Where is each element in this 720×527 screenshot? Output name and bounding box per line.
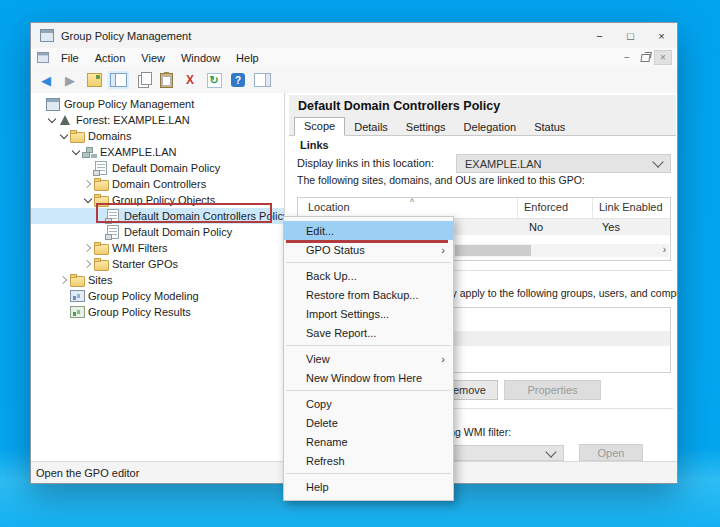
- back-arrow-icon[interactable]: [37, 71, 55, 89]
- title-bar[interactable]: Group Policy Management − □ ×: [31, 23, 677, 48]
- minimize-button[interactable]: −: [584, 23, 615, 48]
- menu-file[interactable]: File: [53, 52, 87, 64]
- scroll-right-icon[interactable]: ›: [663, 244, 666, 255]
- tree-item-domains[interactable]: Domains: [31, 128, 284, 144]
- chevron-down-icon[interactable]: [58, 128, 69, 144]
- forest-icon: [57, 112, 73, 128]
- folder-icon: [93, 176, 109, 192]
- folder-icon: [69, 128, 85, 144]
- menu-item-help[interactable]: Help: [284, 477, 453, 496]
- column-header-location[interactable]: Location: [308, 201, 350, 213]
- close-button[interactable]: ×: [646, 23, 677, 48]
- tree-item-label: Group Policy Results: [88, 306, 191, 318]
- tree-item-group-policy-modeling[interactable]: Group Policy Modeling: [31, 288, 284, 304]
- delete-icon[interactable]: [181, 71, 199, 89]
- chevron-spacer: [58, 288, 69, 304]
- tab-strip: ScopeDetailsSettingsDelegationStatus: [289, 117, 676, 136]
- menubar-items: FileActionViewWindowHelp: [53, 52, 267, 64]
- forward-arrow-icon[interactable]: [61, 71, 79, 89]
- tree-item-label: Domains: [88, 130, 131, 142]
- properties-button[interactable]: Properties: [504, 380, 601, 400]
- tab-delegation[interactable]: Delegation: [455, 119, 526, 136]
- menu-item-restore-from-backup[interactable]: Restore from Backup...: [284, 285, 453, 304]
- annotation-box-tree-item: [96, 203, 272, 223]
- menu-item-save-report[interactable]: Save Report...: [284, 323, 453, 342]
- menu-separator: [284, 342, 453, 349]
- tree-item-forest-example-lan[interactable]: Forest: EXAMPLE.LAN: [31, 112, 284, 128]
- menu-item-view[interactable]: View›: [284, 349, 453, 368]
- tree-item-sites[interactable]: Sites: [31, 272, 284, 288]
- column-header-enforced[interactable]: Enforced: [524, 201, 568, 213]
- tree-item-label: Forest: EXAMPLE.LAN: [76, 114, 190, 126]
- chevron-down-icon[interactable]: [70, 144, 81, 160]
- chevron-right-icon[interactable]: [82, 240, 93, 256]
- maximize-button[interactable]: □: [615, 23, 646, 48]
- tree-item-group-policy-management[interactable]: Group Policy Management: [31, 96, 284, 112]
- tab-settings[interactable]: Settings: [397, 119, 455, 136]
- menu-action[interactable]: Action: [87, 52, 134, 64]
- chevron-right-icon[interactable]: [58, 272, 69, 288]
- tree-item-group-policy-results[interactable]: Group Policy Results: [31, 304, 284, 320]
- menu-item-edit[interactable]: Edit...: [284, 221, 453, 240]
- menu-item-copy[interactable]: Copy: [284, 394, 453, 413]
- chevron-right-icon[interactable]: [82, 256, 93, 272]
- menu-item-back-up[interactable]: Back Up...: [284, 266, 453, 285]
- mdi-restore-button[interactable]: [636, 50, 654, 65]
- chevron-down-icon[interactable]: [82, 192, 93, 208]
- tree-item-example-lan[interactable]: EXAMPLE.LAN: [31, 144, 284, 160]
- tree-item-default-domain-policy[interactable]: Default Domain Policy: [31, 160, 284, 176]
- tree-item-domain-controllers[interactable]: Domain Controllers: [31, 176, 284, 192]
- menu-item-import-settings[interactable]: Import Settings...: [284, 304, 453, 323]
- tab-status[interactable]: Status: [525, 119, 574, 136]
- help-icon[interactable]: [229, 71, 247, 89]
- show-action-pane-icon[interactable]: [253, 71, 271, 89]
- location-dropdown[interactable]: EXAMPLE.LAN: [456, 154, 671, 173]
- copy-icon[interactable]: [133, 71, 151, 89]
- modeling-icon: [69, 288, 85, 304]
- tree-item-label: Group Policy Management: [64, 98, 194, 110]
- mdi-window-controls: − ×: [618, 50, 677, 65]
- chevron-down-icon[interactable]: [46, 112, 57, 128]
- menu-item-new-window-from-here[interactable]: New Window from Here: [284, 368, 453, 387]
- console-icon: [45, 96, 61, 112]
- tree-item-label: Sites: [88, 274, 112, 286]
- menu-item-label: New Window from Here: [306, 372, 422, 384]
- menu-item-label: Rename: [306, 436, 348, 448]
- scrollbar-thumb[interactable]: [455, 245, 531, 256]
- tree-item-label: Group Policy Modeling: [88, 290, 199, 302]
- menu-item-label: Back Up...: [306, 270, 357, 282]
- mdi-minimize-button[interactable]: −: [618, 50, 636, 65]
- submenu-arrow-icon: ›: [441, 244, 445, 256]
- menu-item-label: Import Settings...: [306, 308, 389, 320]
- mdi-close-button[interactable]: ×: [654, 50, 672, 65]
- menu-help[interactable]: Help: [228, 52, 267, 64]
- show-console-tree-icon[interactable]: [109, 71, 127, 89]
- column-header-link-enabled[interactable]: Link Enabled: [599, 201, 663, 213]
- tree-item-default-domain-policy[interactable]: Default Domain Policy: [31, 224, 284, 240]
- refresh-icon[interactable]: [205, 71, 223, 89]
- paste-icon[interactable]: [157, 71, 175, 89]
- display-links-label: Display links in this location:: [297, 157, 434, 169]
- menu-item-label: Help: [306, 481, 329, 493]
- chevron-right-icon[interactable]: [82, 176, 93, 192]
- menu-item-refresh[interactable]: Refresh: [284, 451, 453, 470]
- tree-item-wmi-filters[interactable]: WMI Filters: [31, 240, 284, 256]
- submenu-arrow-icon: ›: [441, 353, 445, 365]
- gpo-icon: [105, 224, 121, 240]
- tree-item-starter-gpos[interactable]: Starter GPOs: [31, 256, 284, 272]
- context-menu: Edit...GPO Status›Back Up...Restore from…: [283, 216, 454, 501]
- menu-item-rename[interactable]: Rename: [284, 432, 453, 451]
- results-icon: [69, 304, 85, 320]
- menu-item-delete[interactable]: Delete: [284, 413, 453, 432]
- menu-separator: [284, 470, 453, 477]
- column-divider: [517, 198, 518, 218]
- menu-window[interactable]: Window: [173, 52, 228, 64]
- status-text: Open the GPO editor: [36, 467, 139, 479]
- tab-details[interactable]: Details: [345, 119, 397, 136]
- export-list-icon[interactable]: [85, 71, 103, 89]
- column-divider: [592, 198, 593, 218]
- menu-view[interactable]: View: [133, 52, 173, 64]
- tab-scope[interactable]: Scope: [294, 117, 345, 136]
- open-button[interactable]: Open: [579, 444, 643, 461]
- annotation-underline-edit: [286, 240, 448, 243]
